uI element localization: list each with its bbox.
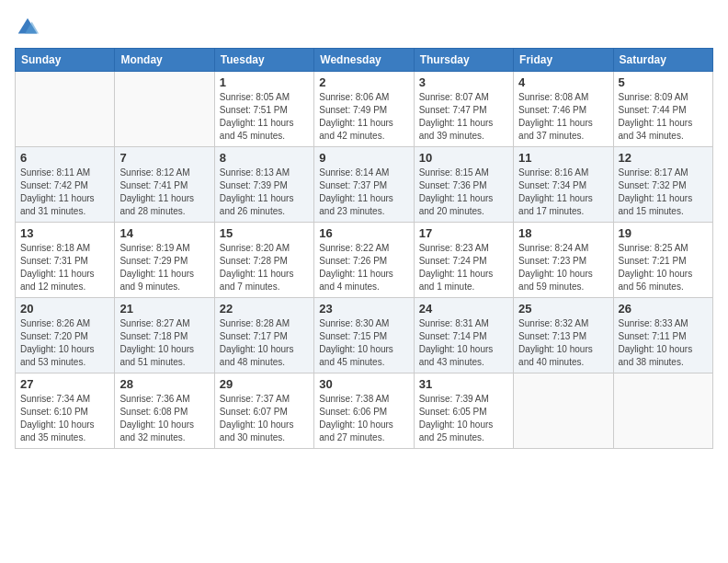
day-number: 20: [20, 302, 109, 316]
calendar-cell: 26Sunrise: 8:33 AMSunset: 7:11 PMDayligh…: [613, 298, 712, 373]
day-header-saturday: Saturday: [613, 49, 712, 72]
cell-sun-info: Sunrise: 8:08 AMSunset: 7:46 PMDaylight:…: [518, 91, 608, 143]
calendar-cell: 12Sunrise: 8:17 AMSunset: 7:32 PMDayligh…: [613, 147, 712, 223]
day-number: 19: [619, 226, 708, 240]
day-number: 5: [619, 75, 708, 89]
calendar-cell: 21Sunrise: 8:27 AMSunset: 7:18 PMDayligh…: [115, 298, 214, 373]
calendar-header-row: SundayMondayTuesdayWednesdayThursdayFrid…: [16, 49, 713, 72]
calendar-cell: 16Sunrise: 8:22 AMSunset: 7:26 PMDayligh…: [314, 223, 414, 298]
calendar-cell: 10Sunrise: 8:15 AMSunset: 7:36 PMDayligh…: [414, 147, 513, 223]
day-header-sunday: Sunday: [16, 49, 115, 72]
day-number: 17: [419, 226, 508, 240]
cell-sun-info: Sunrise: 8:23 AMSunset: 7:24 PMDaylight:…: [419, 242, 508, 293]
calendar-cell: 1Sunrise: 8:05 AMSunset: 7:51 PMDaylight…: [214, 72, 313, 147]
day-number: 18: [518, 226, 608, 240]
cell-sun-info: Sunrise: 8:26 AMSunset: 7:20 PMDaylight:…: [20, 317, 109, 369]
cell-sun-info: Sunrise: 8:24 AMSunset: 7:23 PMDaylight:…: [518, 242, 608, 293]
cell-sun-info: Sunrise: 8:28 AMSunset: 7:17 PMDaylight:…: [220, 317, 309, 369]
cell-sun-info: Sunrise: 8:25 AMSunset: 7:21 PMDaylight:…: [619, 242, 708, 293]
day-number: 23: [319, 302, 408, 316]
cell-sun-info: Sunrise: 8:14 AMSunset: 7:37 PMDaylight:…: [319, 167, 408, 218]
calendar-cell: 6Sunrise: 8:11 AMSunset: 7:42 PMDaylight…: [16, 147, 115, 223]
cell-sun-info: Sunrise: 7:36 AMSunset: 6:08 PMDaylight:…: [119, 393, 209, 444]
cell-sun-info: Sunrise: 7:39 AMSunset: 6:05 PMDaylight:…: [419, 393, 508, 444]
cell-sun-info: Sunrise: 8:20 AMSunset: 7:28 PMDaylight:…: [220, 242, 309, 293]
header: [15, 15, 713, 40]
calendar-cell: 7Sunrise: 8:12 AMSunset: 7:41 PMDaylight…: [115, 147, 214, 223]
calendar-cell: 14Sunrise: 8:19 AMSunset: 7:29 PMDayligh…: [115, 223, 214, 298]
day-number: 22: [220, 302, 309, 316]
day-number: 27: [20, 377, 109, 391]
cell-sun-info: Sunrise: 8:16 AMSunset: 7:34 PMDaylight:…: [518, 167, 608, 218]
cell-sun-info: Sunrise: 8:19 AMSunset: 7:29 PMDaylight:…: [119, 242, 209, 293]
day-number: 31: [419, 377, 508, 391]
calendar-cell: [16, 72, 115, 147]
day-number: 7: [119, 151, 209, 165]
cell-sun-info: Sunrise: 8:07 AMSunset: 7:47 PMDaylight:…: [419, 91, 508, 143]
calendar-cell: 24Sunrise: 8:31 AMSunset: 7:14 PMDayligh…: [414, 298, 513, 373]
day-number: 2: [319, 75, 408, 89]
day-number: 25: [518, 302, 608, 316]
calendar-week-1: 1Sunrise: 8:05 AMSunset: 7:51 PMDaylight…: [16, 72, 713, 147]
calendar-cell: 18Sunrise: 8:24 AMSunset: 7:23 PMDayligh…: [514, 223, 613, 298]
day-number: 15: [220, 226, 309, 240]
day-number: 21: [119, 302, 209, 316]
calendar-week-2: 6Sunrise: 8:11 AMSunset: 7:42 PMDaylight…: [16, 147, 713, 223]
day-number: 6: [20, 151, 109, 165]
day-header-friday: Friday: [514, 49, 613, 72]
day-number: 30: [319, 377, 408, 391]
calendar-cell: 3Sunrise: 8:07 AMSunset: 7:47 PMDaylight…: [414, 72, 513, 147]
day-number: 3: [419, 75, 508, 89]
day-number: 4: [518, 75, 608, 89]
day-number: 28: [119, 377, 209, 391]
day-number: 16: [319, 226, 408, 240]
day-header-tuesday: Tuesday: [214, 49, 313, 72]
calendar-cell: 11Sunrise: 8:16 AMSunset: 7:34 PMDayligh…: [514, 147, 613, 223]
cell-sun-info: Sunrise: 8:30 AMSunset: 7:15 PMDaylight:…: [319, 317, 408, 369]
calendar-cell: 19Sunrise: 8:25 AMSunset: 7:21 PMDayligh…: [613, 223, 712, 298]
calendar-cell: 23Sunrise: 8:30 AMSunset: 7:15 PMDayligh…: [314, 298, 414, 373]
cell-sun-info: Sunrise: 7:37 AMSunset: 6:07 PMDaylight:…: [220, 393, 309, 444]
calendar-cell: 8Sunrise: 8:13 AMSunset: 7:39 PMDaylight…: [214, 147, 313, 223]
cell-sun-info: Sunrise: 8:12 AMSunset: 7:41 PMDaylight:…: [119, 167, 209, 218]
day-number: 24: [419, 302, 508, 316]
day-header-thursday: Thursday: [414, 49, 513, 72]
calendar-cell: [115, 72, 214, 147]
day-number: 11: [518, 151, 608, 165]
calendar-cell: [613, 373, 712, 449]
cell-sun-info: Sunrise: 8:11 AMSunset: 7:42 PMDaylight:…: [20, 167, 109, 218]
cell-sun-info: Sunrise: 7:38 AMSunset: 6:06 PMDaylight:…: [319, 393, 408, 444]
calendar-cell: 29Sunrise: 7:37 AMSunset: 6:07 PMDayligh…: [214, 373, 313, 449]
cell-sun-info: Sunrise: 8:31 AMSunset: 7:14 PMDaylight:…: [419, 317, 508, 369]
calendar-cell: 25Sunrise: 8:32 AMSunset: 7:13 PMDayligh…: [514, 298, 613, 373]
calendar-cell: 20Sunrise: 8:26 AMSunset: 7:20 PMDayligh…: [16, 298, 115, 373]
calendar-cell: 22Sunrise: 8:28 AMSunset: 7:17 PMDayligh…: [214, 298, 313, 373]
calendar-table: SundayMondayTuesdayWednesdayThursdayFrid…: [15, 48, 713, 449]
cell-sun-info: Sunrise: 8:09 AMSunset: 7:44 PMDaylight:…: [619, 91, 708, 143]
calendar-cell: 15Sunrise: 8:20 AMSunset: 7:28 PMDayligh…: [214, 223, 313, 298]
calendar-cell: 28Sunrise: 7:36 AMSunset: 6:08 PMDayligh…: [115, 373, 214, 449]
cell-sun-info: Sunrise: 8:32 AMSunset: 7:13 PMDaylight:…: [518, 317, 608, 369]
cell-sun-info: Sunrise: 8:27 AMSunset: 7:18 PMDaylight:…: [119, 317, 209, 369]
calendar-cell: 13Sunrise: 8:18 AMSunset: 7:31 PMDayligh…: [16, 223, 115, 298]
calendar-cell: 2Sunrise: 8:06 AMSunset: 7:49 PMDaylight…: [314, 72, 414, 147]
calendar-cell: 17Sunrise: 8:23 AMSunset: 7:24 PMDayligh…: [414, 223, 513, 298]
day-number: 14: [119, 226, 209, 240]
calendar-week-3: 13Sunrise: 8:18 AMSunset: 7:31 PMDayligh…: [16, 223, 713, 298]
cell-sun-info: Sunrise: 8:05 AMSunset: 7:51 PMDaylight:…: [220, 91, 309, 143]
logo-icon: [15, 15, 40, 40]
day-header-wednesday: Wednesday: [314, 49, 414, 72]
calendar-cell: 4Sunrise: 8:08 AMSunset: 7:46 PMDaylight…: [514, 72, 613, 147]
day-number: 8: [220, 151, 309, 165]
cell-sun-info: Sunrise: 8:33 AMSunset: 7:11 PMDaylight:…: [619, 317, 708, 369]
cell-sun-info: Sunrise: 8:15 AMSunset: 7:36 PMDaylight:…: [419, 167, 508, 218]
day-number: 29: [220, 377, 309, 391]
cell-sun-info: Sunrise: 8:13 AMSunset: 7:39 PMDaylight:…: [220, 167, 309, 218]
day-number: 1: [220, 75, 309, 89]
calendar-week-4: 20Sunrise: 8:26 AMSunset: 7:20 PMDayligh…: [16, 298, 713, 373]
day-number: 26: [619, 302, 708, 316]
logo: [15, 15, 44, 40]
day-number: 9: [319, 151, 408, 165]
cell-sun-info: Sunrise: 8:17 AMSunset: 7:32 PMDaylight:…: [619, 167, 708, 218]
calendar-week-5: 27Sunrise: 7:34 AMSunset: 6:10 PMDayligh…: [16, 373, 713, 449]
